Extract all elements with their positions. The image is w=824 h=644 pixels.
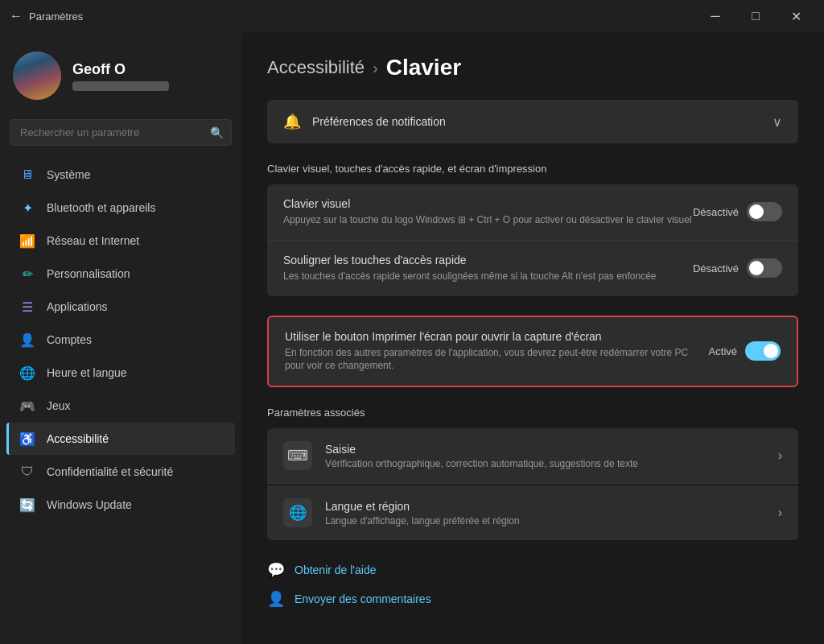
assoc-row-saisie[interactable]: ⌨ Saisie Vérification orthographique, co…: [267, 428, 798, 484]
nav-label-jeux: Jeux: [47, 399, 71, 412]
breadcrumb-current: Clavier: [386, 55, 461, 80]
assoc-icon-saisie: ⌨: [283, 441, 312, 470]
assoc-label-langue: Langue et région: [325, 500, 520, 513]
sidebar-item-heure[interactable]: 🌐 Heure et langue: [6, 357, 235, 389]
nav-icon-confidentialite: 🛡: [19, 464, 35, 480]
assoc-text-saisie: Saisie Vérification orthographique, corr…: [325, 443, 638, 469]
setting-label-clavier_visuel: Clavier visuel: [283, 197, 693, 210]
toggle-impr_ecran[interactable]: [745, 341, 781, 361]
nav-label-bluetooth: Bluetooth et appareils: [47, 201, 155, 214]
associated-section-title: Paramètres associés: [267, 407, 798, 419]
nav-list: 🖥 Système ✦ Bluetooth et appareils 📶 Rés…: [0, 159, 241, 521]
notif-left: 🔔 Préférences de notification: [283, 113, 446, 130]
assoc-desc-langue: Langue d'affichage, langue préférée et r…: [325, 515, 520, 526]
setting-row-touches_acces: Souligner les touches d'accès rapide Les…: [267, 241, 798, 296]
title-bar: ← Paramètres ─ □ ✕: [0, 0, 824, 32]
close-button[interactable]: ✕: [777, 3, 814, 29]
bell-icon: 🔔: [283, 113, 301, 130]
search-input[interactable]: [10, 119, 232, 146]
toggle-thumb-impr_ecran: [764, 344, 778, 358]
sidebar-item-jeux[interactable]: 🎮 Jeux: [6, 390, 235, 422]
nav-icon-heure: 🌐: [19, 365, 35, 381]
footer-icon-commentaires: 👤: [267, 590, 285, 608]
sidebar: Geoff O 🔍 🖥 Système ✦ Bluetooth et appar…: [0, 32, 241, 644]
nav-icon-comptes: 👤: [19, 332, 35, 348]
sidebar-item-windows_update[interactable]: 🔄 Windows Update: [6, 489, 235, 521]
nav-icon-systeme: 🖥: [19, 167, 35, 183]
keyboard-section-title: Clavier visuel, touches d'accès rapide, …: [267, 163, 798, 175]
status-label-impr_ecran: Activé: [709, 345, 737, 357]
assoc-desc-saisie: Vérification orthographique, correction …: [325, 458, 638, 469]
window-controls: ─ □ ✕: [697, 3, 814, 29]
setting-control-clavier_visuel: Désactivé: [693, 202, 782, 221]
user-name: Geoff O: [72, 61, 169, 78]
assoc-left-langue: 🌐 Langue et région Langue d'affichage, l…: [283, 498, 520, 527]
breadcrumb-separator: ›: [373, 59, 378, 77]
assoc-chevron-saisie: ›: [778, 448, 782, 463]
footer-link-commentaires[interactable]: 👤 Envoyer des commentaires: [267, 590, 798, 608]
sidebar-item-comptes[interactable]: 👤 Comptes: [6, 324, 235, 356]
toggle-touches_acces[interactable]: [747, 258, 782, 278]
user-info: Geoff O: [72, 61, 169, 91]
sidebar-item-bluetooth[interactable]: ✦ Bluetooth et appareils: [6, 192, 235, 224]
setting-row-impr_ecran: Utiliser le bouton Imprimer l'écran pour…: [269, 317, 797, 386]
footer-icon-aide: 💬: [267, 561, 285, 579]
avatar[interactable]: [13, 52, 61, 100]
minimize-button[interactable]: ─: [697, 3, 734, 29]
main-content: Accessibilité › Clavier 🔔 Préférences de…: [241, 32, 824, 644]
chevron-down-icon: ∨: [772, 114, 782, 130]
toggle-thumb-clavier_visuel: [749, 204, 764, 219]
setting-text-clavier_visuel: Clavier visuel Appuyez sur la touche du …: [283, 197, 693, 227]
setting-control-impr_ecran: Activé: [709, 341, 781, 361]
user-section[interactable]: Geoff O: [0, 45, 241, 113]
app-container: Geoff O 🔍 🖥 Système ✦ Bluetooth et appar…: [0, 32, 824, 644]
sidebar-item-confidentialite[interactable]: 🛡 Confidentialité et sécurité: [6, 456, 235, 488]
footer-link-aide[interactable]: 💬 Obtenir de l'aide: [267, 561, 798, 579]
assoc-icon-langue: 🌐: [283, 498, 312, 527]
notification-label: Préférences de notification: [312, 115, 446, 128]
sidebar-item-accessibilite[interactable]: ♿ Accessibilité: [6, 423, 235, 455]
setting-label-touches_acces: Souligner les touches d'accès rapide: [283, 254, 693, 266]
setting-desc-clavier_visuel: Appuyez sur la touche du logo Windows ⊞ …: [283, 213, 693, 227]
nav-icon-apps: ☰: [19, 299, 35, 315]
avatar-image: [13, 52, 61, 100]
breadcrumb: Accessibilité › Clavier: [267, 55, 798, 80]
nav-label-windows_update: Windows Update: [47, 498, 132, 511]
toggle-clavier_visuel[interactable]: [747, 202, 782, 221]
setting-text-impr_ecran: Utiliser le bouton Imprimer l'écran pour…: [285, 330, 709, 374]
search-box: 🔍: [10, 119, 232, 146]
nav-label-perso: Personnalisation: [47, 267, 130, 280]
setting-text-touches_acces: Souligner les touches d'accès rapide Les…: [283, 254, 693, 283]
assoc-label-saisie: Saisie: [325, 443, 638, 456]
sidebar-item-reseau[interactable]: 📶 Réseau et Internet: [6, 225, 235, 257]
maximize-button[interactable]: □: [737, 3, 774, 29]
back-icon[interactable]: ←: [10, 9, 23, 23]
nav-label-comptes: Comptes: [47, 333, 92, 346]
status-label-clavier_visuel: Désactivé: [693, 206, 739, 218]
nav-label-confidentialite: Confidentialité et sécurité: [47, 465, 173, 478]
user-email-placeholder: [72, 81, 169, 91]
breadcrumb-parent: Accessibilité: [267, 57, 365, 78]
notification-section[interactable]: 🔔 Préférences de notification ∨: [267, 100, 798, 143]
footer-links: 💬 Obtenir de l'aide 👤 Envoyer des commen…: [267, 561, 798, 608]
status-label-touches_acces: Désactivé: [693, 262, 739, 275]
nav-label-apps: Applications: [47, 300, 108, 313]
sidebar-item-perso[interactable]: ✏ Personnalisation: [6, 258, 235, 290]
setting-desc-touches_acces: Les touches d'accès rapide seront soulig…: [283, 270, 693, 283]
nav-icon-bluetooth: ✦: [19, 200, 35, 216]
nav-label-heure: Heure et langue: [47, 366, 127, 379]
sidebar-item-systeme[interactable]: 🖥 Système: [6, 159, 235, 191]
title-bar-left: ← Paramètres: [10, 9, 83, 23]
nav-icon-jeux: 🎮: [19, 398, 35, 414]
nav-icon-accessibilite: ♿: [19, 431, 35, 447]
setting-desc-impr_ecran: En fonction des autres paramètres de l'a…: [285, 346, 703, 374]
nav-icon-windows_update: 🔄: [19, 497, 35, 513]
nav-label-reseau: Réseau et Internet: [47, 234, 139, 247]
keyboard-settings-card-1: Clavier visuel Appuyez sur la touche du …: [267, 184, 798, 296]
setting-row-highlighted: Utiliser le bouton Imprimer l'écran pour…: [267, 316, 798, 388]
footer-label-commentaires: Envoyer des commentaires: [295, 592, 431, 605]
nav-icon-reseau: 📶: [19, 233, 35, 249]
assoc-left-saisie: ⌨ Saisie Vérification orthographique, co…: [283, 441, 638, 470]
assoc-row-langue[interactable]: 🌐 Langue et région Langue d'affichage, l…: [267, 485, 798, 540]
sidebar-item-apps[interactable]: ☰ Applications: [6, 291, 235, 323]
